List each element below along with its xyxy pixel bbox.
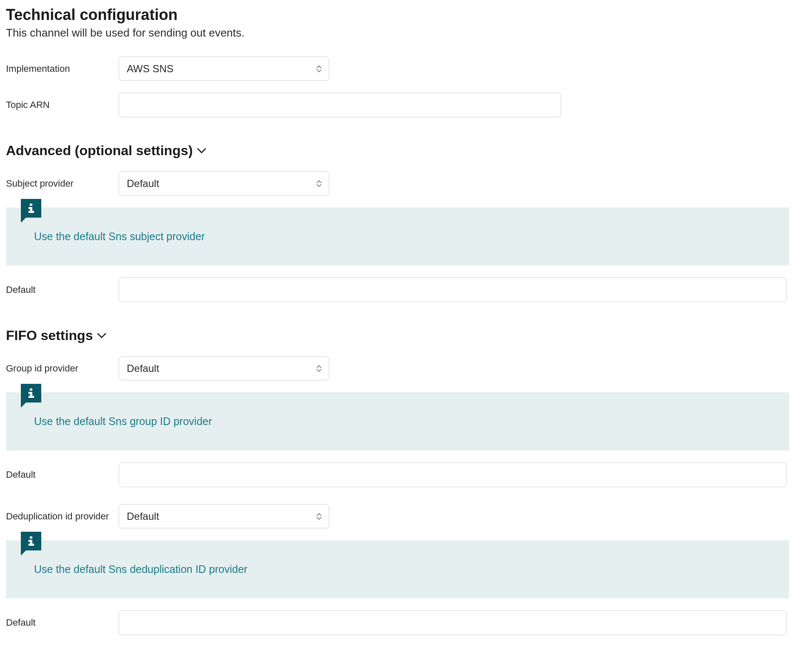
chevron-down-icon (197, 148, 206, 154)
info-icon (21, 199, 41, 218)
topic-arn-label: Topic ARN (6, 99, 119, 111)
svg-rect-3 (28, 211, 34, 213)
group-id-info-box: Use the default Sns group ID provider (6, 392, 789, 451)
subject-provider-info-box: Use the default Sns subject provider (6, 207, 789, 266)
dedup-id-provider-select-wrapper: Default (119, 504, 329, 528)
subject-provider-select-wrapper: Default (119, 171, 329, 196)
dedup-id-provider-label: Deduplication id provider (6, 511, 119, 522)
group-id-provider-label: Group id provider (6, 363, 119, 374)
advanced-default-label: Default (6, 284, 119, 295)
advanced-default-input[interactable] (119, 278, 786, 302)
dedup-id-info-text: Use the default Sns deduplication ID pro… (34, 563, 761, 576)
group-id-info-text: Use the default Sns group ID provider (34, 415, 761, 428)
svg-rect-8 (30, 536, 32, 539)
topic-arn-input[interactable] (119, 93, 561, 117)
advanced-section-toggle[interactable]: Advanced (optional settings) (6, 143, 789, 159)
group-id-provider-select[interactable]: Default (119, 356, 329, 380)
subject-provider-label: Subject provider (6, 178, 119, 189)
fifo-section-title: FIFO settings (6, 328, 93, 343)
svg-rect-0 (30, 204, 32, 206)
fifo-section-toggle[interactable]: FIFO settings (6, 328, 789, 343)
dedup-default-input[interactable] (119, 610, 786, 635)
group-default-label: Default (6, 469, 119, 480)
implementation-select-wrapper: AWS SNS (119, 57, 329, 81)
implementation-label: Implementation (6, 63, 119, 74)
svg-rect-11 (28, 544, 34, 546)
dedup-default-label: Default (6, 617, 119, 628)
technical-config-title: Technical configuration (6, 6, 789, 24)
technical-config-subtitle: This channel will be used for sending ou… (6, 26, 789, 40)
dedup-id-info-box: Use the default Sns deduplication ID pro… (6, 540, 789, 598)
subject-provider-info-text: Use the default Sns subject provider (34, 230, 761, 243)
info-icon (21, 532, 41, 550)
dedup-id-provider-select[interactable]: Default (119, 504, 329, 528)
chevron-down-icon (97, 333, 106, 339)
group-id-provider-select-wrapper: Default (119, 356, 329, 380)
group-default-input[interactable] (119, 462, 786, 487)
subject-provider-select[interactable]: Default (119, 171, 329, 196)
info-icon (21, 384, 41, 403)
implementation-select[interactable]: AWS SNS (119, 57, 329, 81)
svg-rect-7 (28, 396, 34, 398)
svg-rect-4 (30, 388, 32, 391)
advanced-section-title: Advanced (optional settings) (6, 143, 193, 159)
